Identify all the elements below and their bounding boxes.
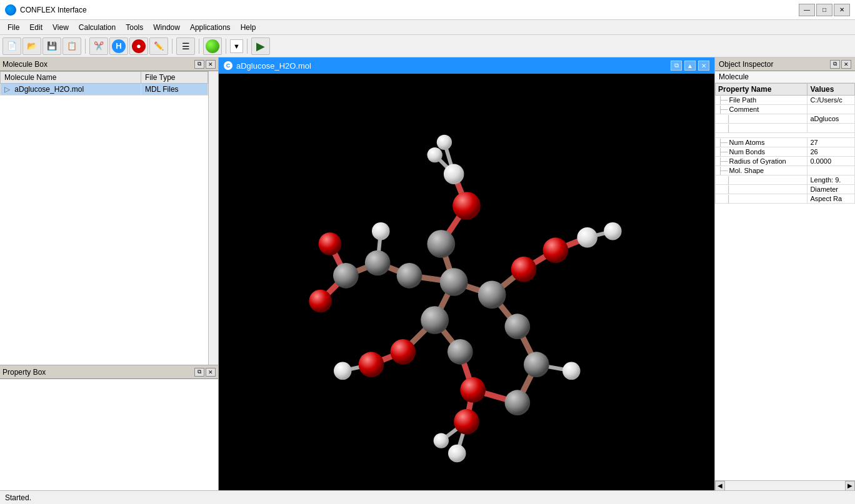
center-area: C aDglucose_H2O.mol ⧉ ▲ ✕ xyxy=(219,57,714,490)
stop-icon: ● xyxy=(132,39,146,53)
molecule-box-header: Molecule Box ⧉ ✕ xyxy=(0,57,218,71)
toolbar-separator-3 xyxy=(199,39,199,54)
table-row[interactable]: ▷ aDglucose_H2O.mol MDL Files xyxy=(1,84,208,96)
pencil-button[interactable]: ✏️ xyxy=(149,37,168,55)
table-row: │ aDglucos xyxy=(716,114,855,124)
property-box-controls: ⧉ ✕ xyxy=(194,368,216,377)
col-property-name[interactable]: Property Name xyxy=(716,84,808,96)
save-icon: 💾 xyxy=(47,41,57,51)
menu-calculation[interactable]: Calculation xyxy=(74,22,121,33)
viewer-maximize-button[interactable]: ▲ xyxy=(684,61,696,71)
col-values[interactable]: Values xyxy=(808,84,855,96)
svg-point-58 xyxy=(372,222,389,240)
play-icon: ▶ xyxy=(256,39,265,53)
status-text: Started. xyxy=(5,493,31,502)
svg-point-54 xyxy=(604,222,621,240)
menu-edit[interactable]: Edit xyxy=(24,22,48,33)
inspector-title: Object Inspector xyxy=(719,60,773,69)
svg-point-34 xyxy=(397,263,422,289)
viewer-close-button[interactable]: ✕ xyxy=(698,61,709,71)
svg-point-45 xyxy=(359,352,384,377)
svg-point-55 xyxy=(334,362,351,380)
svg-point-44 xyxy=(391,339,416,365)
molecule-scrollbar[interactable] xyxy=(208,71,218,365)
mol-viewer-controls: ⧉ ▲ ✕ xyxy=(671,61,709,71)
close-button[interactable]: ✕ xyxy=(834,4,850,16)
property-box: Property Box ⧉ ✕ xyxy=(0,365,218,490)
inspector-close-button[interactable]: ✕ xyxy=(841,60,851,69)
col-molecule-name[interactable]: Molecule Name xyxy=(1,72,141,84)
svg-point-46 xyxy=(309,290,332,313)
stop-button[interactable]: ● xyxy=(129,37,148,55)
inspector-header: Object Inspector ⧉ ✕ xyxy=(715,57,855,71)
property-value-cell: C:/Users/c xyxy=(808,96,855,105)
table-row xyxy=(716,133,855,138)
property-box-restore-button[interactable]: ⧉ xyxy=(194,368,204,377)
property-box-close-button[interactable]: ✕ xyxy=(206,368,216,377)
col-file-type[interactable]: File Type xyxy=(141,72,208,84)
svg-point-53 xyxy=(427,147,442,162)
property-name-cell: │ xyxy=(716,194,808,204)
dropdown-icon: ▼ xyxy=(233,42,240,50)
property-value-cell xyxy=(808,166,855,175)
property-value-cell: Diameter xyxy=(808,185,855,194)
save-button[interactable]: 💾 xyxy=(42,37,61,55)
property-box-content xyxy=(0,379,218,490)
mol-canvas[interactable] xyxy=(219,74,714,490)
mol-viewer-header: C aDglucose_H2O.mol ⧉ ▲ ✕ xyxy=(219,57,714,74)
ball-button[interactable] xyxy=(203,37,222,55)
list-button[interactable]: ☰ xyxy=(176,37,195,55)
spacer-cell xyxy=(716,133,855,138)
hscroll-track[interactable] xyxy=(725,481,845,491)
toolbar-separator-1 xyxy=(85,39,86,54)
inspector-table: Property Name Values ├─File Path C:/User… xyxy=(715,83,855,480)
property-value-cell: 26 xyxy=(808,147,855,157)
left-panel: Molecule Box ⧉ ✕ Molecule Name File Type xyxy=(0,57,219,490)
molecule-box-restore-button[interactable]: ⧉ xyxy=(194,60,204,69)
play-button[interactable]: ▶ xyxy=(251,37,270,55)
menu-help[interactable]: Help xyxy=(236,22,261,33)
svg-point-35 xyxy=(365,250,391,276)
property-name-cell: │ xyxy=(716,175,808,185)
new-icon: 📄 xyxy=(7,41,17,51)
svg-point-48 xyxy=(460,377,486,403)
molecule-name: aDglucose_H2O.mol xyxy=(14,85,84,94)
property-name-cell: ├─Comment xyxy=(716,105,808,114)
edit-icon: ✂️ xyxy=(94,41,104,51)
new-button[interactable]: 📄 xyxy=(2,37,21,55)
inspector-horizontal-scrollbar[interactable]: ◀ ▶ xyxy=(715,480,855,490)
toolbar-separator-5 xyxy=(247,39,248,54)
menu-window[interactable]: Window xyxy=(148,22,185,33)
maximize-button[interactable]: □ xyxy=(816,4,832,16)
ball-icon xyxy=(206,39,219,53)
property-value-cell: 0.0000 xyxy=(808,157,855,166)
molecule-table: Molecule Name File Type ▷ aDglucose_H2O.… xyxy=(0,71,208,365)
toolbar-dropdown[interactable]: ▼ xyxy=(230,39,243,53)
molecule-box-close-button[interactable]: ✕ xyxy=(206,60,216,69)
menu-view[interactable]: View xyxy=(48,22,74,33)
property-name-cell: ├─File Path xyxy=(716,96,808,105)
menu-applications[interactable]: Applications xyxy=(185,22,236,33)
minimize-button[interactable]: — xyxy=(799,4,815,16)
menu-tools[interactable]: Tools xyxy=(121,22,148,33)
copy-button[interactable]: 📋 xyxy=(62,37,81,55)
table-row: ├─Radius of Gyration 0.0000 xyxy=(716,157,855,166)
property-box-header: Property Box ⧉ ✕ xyxy=(0,365,218,379)
open-button[interactable]: 📂 xyxy=(22,37,41,55)
hscroll-left-button[interactable]: ◀ xyxy=(715,481,725,491)
main-area: Molecule Box ⧉ ✕ Molecule Name File Type xyxy=(0,57,855,490)
table-row: ├─Comment xyxy=(716,105,855,114)
edit-button[interactable]: ✂️ xyxy=(89,37,108,55)
viewer-restore-button[interactable]: ⧉ xyxy=(671,61,682,71)
menu-file[interactable]: File xyxy=(2,22,24,33)
property-value-cell: Aspect Ra xyxy=(808,194,855,204)
hscroll-right-button[interactable]: ▶ xyxy=(845,481,855,491)
svg-point-33 xyxy=(427,230,455,258)
table-row: ├─Num Atoms 27 xyxy=(716,138,855,147)
title-bar-left: CONFLEX Interface xyxy=(5,4,87,16)
inspector-restore-button[interactable]: ⧉ xyxy=(830,60,840,69)
open-icon: 📂 xyxy=(27,41,37,51)
h-button[interactable]: H xyxy=(109,37,128,55)
table-row: │ Length: 9. xyxy=(716,175,855,185)
svg-point-36 xyxy=(333,263,359,289)
